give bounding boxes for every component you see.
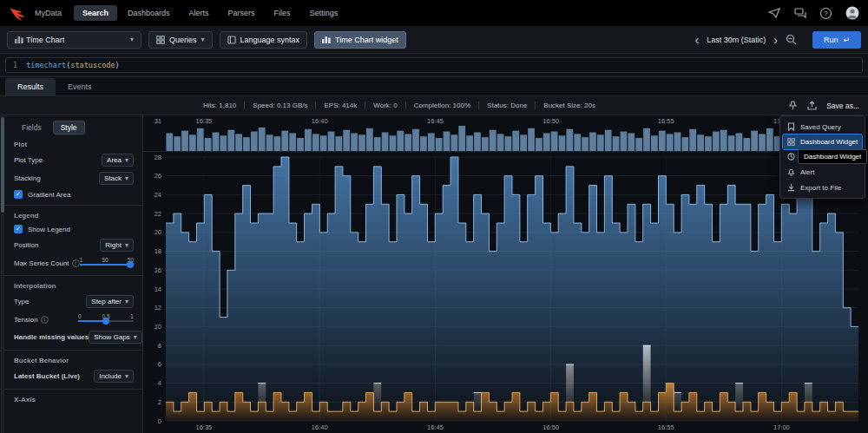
- time-range-controls: ‹ Last 30m (Static) ›: [695, 34, 797, 45]
- dashboard-widget-tooltip: Dashboard Widget: [798, 149, 867, 164]
- svg-text:16:35: 16:35: [196, 117, 213, 125]
- stat-bucket-size: Bucket Size: 20s: [536, 102, 603, 109]
- latest-bucket-label: Latest Bucket (Live): [14, 372, 80, 380]
- chevron-down-icon: ▾: [201, 36, 205, 43]
- plot-type-select[interactable]: Area▾: [102, 154, 134, 167]
- svg-text:16:55: 16:55: [658, 117, 674, 125]
- svg-text:6: 6: [158, 360, 161, 368]
- latest-bucket-select[interactable]: Include▾: [94, 370, 134, 383]
- nav-item-alerts[interactable]: Alerts: [181, 5, 218, 21]
- zoom-out-icon[interactable]: [786, 34, 797, 45]
- repository-name[interactable]: MyData: [35, 9, 62, 17]
- menu-item-saved-query[interactable]: Saved Query: [783, 119, 862, 134]
- chart-area: 3116:3516:4016:4516:5016:5517:00 16:3516…: [143, 115, 868, 433]
- mini-histogram: 3116:3516:4016:4516:5016:5517:00: [143, 115, 867, 152]
- chat-icon[interactable]: [794, 8, 806, 18]
- stat-work: Work: 0: [365, 102, 405, 109]
- stacked-area-chart: 16:3516:4016:4516:5016:5517:000246810121…: [143, 152, 867, 433]
- language-syntax-button[interactable]: Language syntax: [220, 31, 308, 49]
- interpolation-type-select[interactable]: Step after▾: [86, 295, 134, 308]
- section-bucket-header: Bucket Behavior: [14, 357, 134, 364]
- max-series-label: Max Series Counti: [14, 259, 80, 267]
- timechart-plot[interactable]: 16:3516:4016:4516:5016:5517:000246810121…: [143, 152, 868, 433]
- time-range-label[interactable]: Last 30m (Static): [707, 36, 766, 44]
- interpolation-type-row: Type Step after▾: [14, 295, 134, 308]
- svg-text:16:40: 16:40: [312, 117, 328, 125]
- svg-text:16:45: 16:45: [427, 423, 444, 431]
- menu-item-dashboard-widget[interactable]: Dashboard Widget: [783, 134, 862, 149]
- style-sidebar: Fields Style Plot Plot Type Area▾ Stacki…: [0, 115, 143, 433]
- send-icon[interactable]: [768, 8, 780, 18]
- main-content: Fields Style Plot Plot Type Area▾ Stacki…: [0, 115, 868, 433]
- query-input[interactable]: 1 timechart(statuscode): [5, 57, 863, 73]
- pin-icon[interactable]: [788, 101, 798, 110]
- divider: [0, 275, 142, 276]
- tension-row: Tensioni 00.51: [14, 313, 134, 325]
- svg-text:14: 14: [155, 285, 161, 293]
- missing-values-select[interactable]: Show Gaps▾: [89, 331, 141, 344]
- section-xaxis-header: X-Axis: [14, 396, 134, 403]
- plot-type-label: Plot Type: [14, 156, 43, 164]
- event-distribution-chart[interactable]: 3116:3516:4016:4516:5016:5517:00: [143, 115, 868, 152]
- stacking-select[interactable]: Stack▾: [99, 172, 134, 185]
- chevron-down-icon: ▾: [125, 372, 128, 380]
- missing-values-label: Handle missing values: [14, 333, 89, 341]
- query-stats: Hits: 1,810 Speed: 0.13 GB/s EPS: 414k W…: [130, 102, 668, 109]
- checkbox-checked-icon[interactable]: ✓: [14, 190, 23, 199]
- info-icon[interactable]: i: [41, 316, 49, 324]
- bell-icon: [787, 167, 795, 176]
- info-icon[interactable]: i: [72, 259, 80, 267]
- tab-results[interactable]: Results: [5, 78, 56, 95]
- time-back-icon[interactable]: ‹: [695, 36, 700, 44]
- gradient-area-row[interactable]: ✓ Gradient Area: [14, 190, 134, 199]
- max-series-slider[interactable]: 15050: [80, 257, 134, 269]
- visualization-select[interactable]: Time Chart ▾: [7, 31, 141, 49]
- slider-handle[interactable]: [127, 261, 134, 268]
- query-toolbar: Time Chart ▾ Queries ▾ Language syntax T…: [0, 26, 868, 54]
- position-select[interactable]: Right▾: [100, 239, 134, 252]
- nav-item-settings[interactable]: Settings: [301, 5, 347, 21]
- gradient-area-label: Gradient Area: [28, 191, 70, 199]
- nav-item-parsers[interactable]: Parsers: [220, 5, 264, 21]
- svg-text:22: 22: [155, 210, 161, 218]
- save-as-button[interactable]: Save as...: [826, 102, 859, 110]
- nav-item-dashboards[interactable]: Dashboards: [119, 5, 179, 21]
- svg-text:4: 4: [158, 379, 161, 387]
- export-icon[interactable]: [807, 101, 817, 110]
- slider-handle[interactable]: [102, 318, 109, 325]
- tab-fields[interactable]: Fields: [14, 121, 49, 134]
- svg-text:0: 0: [158, 417, 161, 425]
- position-label: Position: [14, 241, 38, 249]
- menu-item-alert[interactable]: Alert: [783, 164, 862, 180]
- svg-text:17:00: 17:00: [773, 423, 790, 431]
- sidebar-scrollbar-thumb[interactable]: [1, 117, 4, 213]
- svg-text:10: 10: [155, 323, 161, 331]
- run-button[interactable]: Run ↵: [812, 31, 861, 49]
- tab-style[interactable]: Style: [53, 121, 85, 134]
- show-legend-row[interactable]: ✓ Show Legend: [14, 225, 134, 233]
- section-plot-header: Plot: [14, 141, 134, 148]
- divider: [0, 350, 142, 351]
- checkbox-checked-icon[interactable]: ✓: [14, 225, 23, 233]
- plot-type-row: Plot Type Area▾: [14, 154, 134, 167]
- avatar[interactable]: [845, 6, 859, 20]
- time-chart-widget-toggle[interactable]: Time Chart widget: [314, 31, 406, 49]
- chart-icon: [15, 36, 23, 43]
- svg-text:16:50: 16:50: [542, 423, 559, 431]
- queries-button[interactable]: Queries ▾: [148, 31, 213, 49]
- tab-events[interactable]: Events: [56, 78, 104, 95]
- divider: [0, 389, 142, 390]
- menu-item-export-to-file[interactable]: Export to File: [783, 180, 862, 195]
- time-forward-icon[interactable]: ›: [773, 36, 778, 44]
- menu-item-scheduled[interactable]: Sch Dashboard Widget: [783, 149, 862, 164]
- svg-text:16:35: 16:35: [196, 423, 213, 431]
- help-icon[interactable]: ?: [820, 8, 832, 19]
- nav-item-files[interactable]: Files: [266, 5, 299, 21]
- enter-icon: ↵: [843, 36, 850, 44]
- nav-item-search[interactable]: Search: [74, 5, 117, 21]
- tension-slider[interactable]: 00.51: [78, 313, 134, 325]
- svg-text:28: 28: [155, 154, 161, 161]
- svg-text:18: 18: [155, 247, 161, 255]
- section-interpolation-header: Interpolation: [14, 282, 134, 290]
- show-legend-label: Show Legend: [28, 226, 70, 233]
